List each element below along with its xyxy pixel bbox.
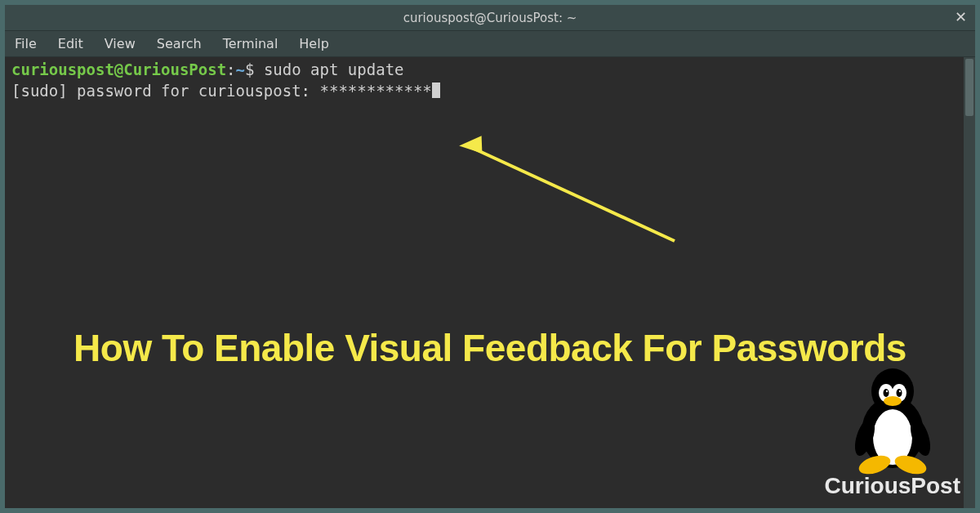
svg-point-10 (886, 390, 888, 392)
prompt-path: ~ (236, 60, 245, 78)
svg-line-1 (470, 147, 675, 241)
menu-bar: File Edit View Search Terminal Help (5, 31, 975, 57)
svg-point-9 (896, 389, 902, 397)
menu-view[interactable]: View (105, 36, 136, 51)
scrollbar[interactable] (964, 57, 975, 508)
menu-file[interactable]: File (15, 36, 37, 51)
prompt-line: curiouspost@CuriousPost:~$ sudo apt upda… (11, 60, 969, 81)
terminal-cursor (432, 83, 440, 98)
svg-point-12 (884, 396, 902, 406)
prompt-user-host: curiouspost@CuriousPost (11, 60, 226, 78)
prompt-symbol: $ (245, 60, 254, 78)
command-value: sudo apt update (264, 60, 404, 78)
menu-edit[interactable]: Edit (58, 36, 83, 51)
sudo-password-line: [sudo] password for curiouspost: *******… (11, 81, 969, 102)
scrollbar-thumb[interactable] (965, 59, 973, 116)
window-titlebar: curiouspost@CuriousPost: ~ ✕ (5, 5, 975, 31)
tux-penguin-icon (844, 365, 942, 475)
svg-point-8 (883, 389, 889, 397)
arrow-annotation (446, 135, 707, 265)
terminal-window: curiouspost@CuriousPost: ~ ✕ File Edit V… (0, 0, 980, 513)
prompt-colon: : (226, 60, 235, 78)
terminal-area[interactable]: curiouspost@CuriousPost:~$ sudo apt upda… (5, 57, 975, 508)
brand-name: CuriousPost (825, 471, 960, 502)
window-title: curiouspost@CuriousPost: ~ (403, 11, 577, 25)
menu-help[interactable]: Help (299, 36, 328, 51)
command-text: sudo apt update (254, 60, 403, 78)
brand-logo-block: CuriousPost (825, 365, 960, 502)
sudo-prompt-text: [sudo] password for curiouspost: (11, 82, 320, 100)
close-icon[interactable]: ✕ (955, 10, 967, 25)
svg-marker-2 (459, 136, 488, 160)
menu-terminal[interactable]: Terminal (223, 36, 278, 51)
svg-point-11 (899, 390, 901, 392)
menu-search[interactable]: Search (157, 36, 202, 51)
password-asterisks: ************ (320, 82, 432, 100)
